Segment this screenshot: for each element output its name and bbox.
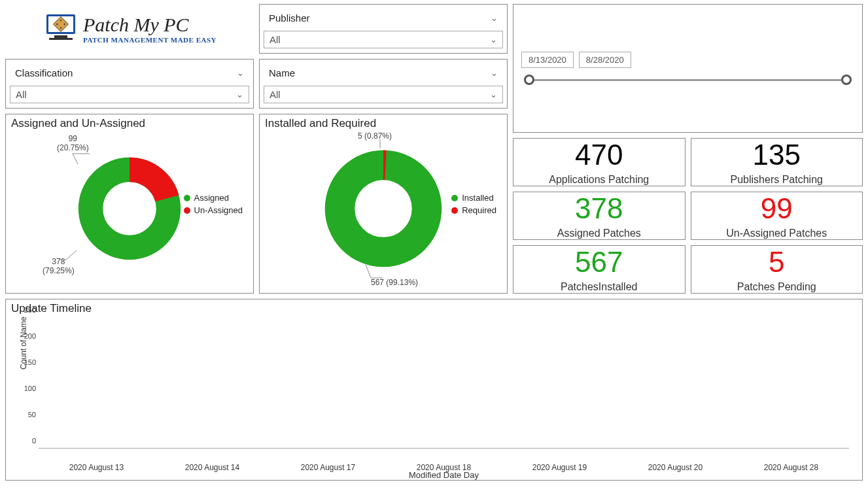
metric-label: Un-Assigned Patches [726,228,827,239]
chevron-down-icon[interactable]: ⌄ [237,68,244,78]
y-tick: 200 [24,332,36,340]
date-range-slider[interactable]: 8/13/2020 8/28/2020 [513,4,863,133]
svg-rect-2 [54,35,67,38]
chevron-down-icon[interactable]: ⌄ [491,68,498,78]
assigned-callout-top-pct: (20.75%) [57,143,89,152]
legend-assigned: Assigned [194,193,229,203]
leader-line-icon [58,249,78,261]
metric-label: Applications Patching [549,174,649,186]
metric-label: Patches Pending [737,281,816,293]
name-value: All [269,89,281,100]
chevron-down-icon[interactable]: ⌄ [491,13,498,23]
leader-line-icon [379,138,388,150]
svg-rect-3 [49,38,73,40]
publisher-value: All [269,34,281,45]
metric-pubs-patching[interactable]: 135 Publishers Patching [691,138,863,186]
classification-dropdown[interactable]: All ⌄ [10,86,249,103]
installed-donut-panel: Installed and Required 5 (0.87%) 567 (99… [259,114,508,294]
slider-handle-start[interactable] [524,75,534,85]
leader-line-icon [71,152,91,165]
monitor-icon [43,10,79,47]
installed-donut-chart[interactable] [321,146,445,271]
y-tick: 0 [32,437,36,445]
legend-required: Required [462,205,496,215]
assigned-donut-panel: Assigned and Un-Assigned 99 (20.75%) 378… [5,114,254,294]
logo: Patch My PC PATCH MANAGEMENT MADE EASY [5,4,254,54]
metric-unassigned[interactable]: 99 Un-Assigned Patches [691,192,863,240]
classification-label: Classification [15,67,73,78]
installed-legend: Installed Required [451,193,496,218]
leader-line-icon [364,264,384,279]
chevron-down-icon[interactable]: ⌄ [236,90,243,99]
slider-track[interactable] [527,75,849,85]
legend-unassigned: Un-Assigned [194,205,243,215]
metric-label: Publishers Patching [731,174,823,186]
name-label: Name [269,67,295,78]
date-start-input[interactable]: 8/13/2020 [521,52,574,68]
metric-assigned[interactable]: 378 Assigned Patches [513,192,686,240]
metric-label: PatchesInstalled [561,281,637,293]
metric-label: Assigned Patches [557,228,641,239]
assigned-donut-chart[interactable] [74,153,185,264]
logo-title: Patch My PC [83,14,217,36]
assigned-donut-title: Assigned and Un-Assigned [6,114,253,130]
metric-installed[interactable]: 567 PatchesInstalled [513,245,686,294]
chevron-down-icon[interactable]: ⌄ [490,90,497,99]
logo-subtitle: PATCH MANAGEMENT MADE EASY [83,36,217,44]
y-tick: 150 [24,358,36,366]
x-axis-title: Modified Date Day [39,470,849,480]
metric-value: 567 [575,246,623,279]
y-tick: 250 [24,306,36,314]
date-end-input[interactable]: 8/28/2020 [579,52,631,68]
metric-apps-patching[interactable]: 470 Applications Patching [513,138,686,186]
y-tick: 50 [28,411,36,418]
y-tick: 100 [24,384,36,392]
timeline-title: Update Timeline [6,299,862,315]
name-dropdown[interactable]: All ⌄ [264,86,503,103]
publisher-filter[interactable]: Publisher ⌄ All ⌄ [259,4,508,54]
assigned-legend: Assigned Un-Assigned [184,193,243,218]
metric-value: 470 [575,139,623,171]
installed-callout-bottom: 567 (99.13%) [371,278,418,287]
classification-value: All [16,89,27,100]
chevron-down-icon[interactable]: ⌄ [490,35,497,44]
legend-installed: Installed [462,193,493,203]
installed-donut-title: Installed and Required [260,114,507,130]
y-axis: 050100150200250 [12,318,39,449]
publisher-dropdown[interactable]: All ⌄ [264,31,503,48]
metric-value: 99 [761,192,793,225]
assigned-callout-bottom-pct: (79.25%) [43,266,75,275]
classification-filter[interactable]: Classification ⌄ All ⌄ [5,59,254,109]
timeline-chart[interactable]: Count of Name 050100150200250 2020 Augus… [39,318,849,460]
metric-pending[interactable]: 5 Patches Pending [691,245,863,294]
update-timeline-panel: Update Timeline Count of Name 0501001502… [5,299,863,481]
slider-handle-end[interactable] [841,75,852,85]
metric-value: 5 [769,246,784,279]
name-filter[interactable]: Name ⌄ All ⌄ [259,59,508,109]
metric-value: 378 [575,192,623,225]
assigned-callout-top-value: 99 [57,134,89,143]
publisher-label: Publisher [269,12,310,24]
metric-value: 135 [753,139,801,171]
